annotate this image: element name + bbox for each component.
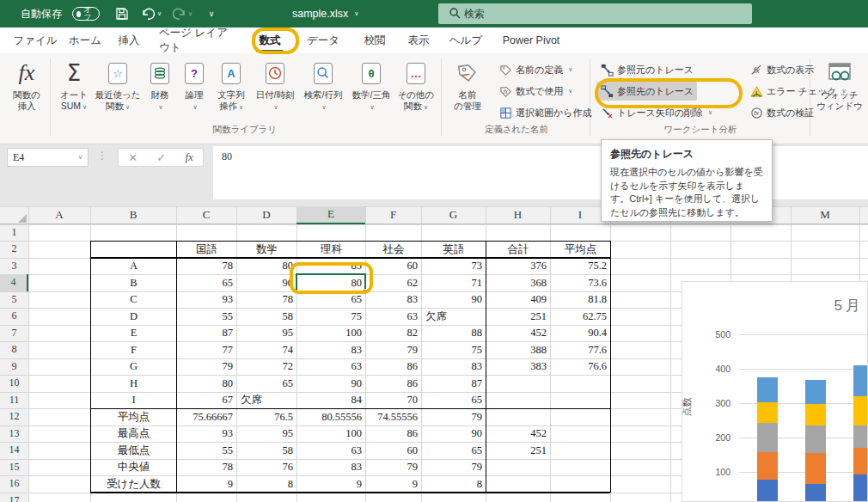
cell-H9[interactable]: 383	[486, 359, 550, 376]
col-header-G[interactable]: G	[421, 206, 486, 223]
ribbon-button-datetime[interactable]: 日付/時刻∨	[251, 57, 299, 124]
tab-ページ レイアウト[interactable]: ページ レイアウト	[157, 28, 239, 53]
ribbon-button-math-trig[interactable]: θ数学/三角∨	[347, 57, 395, 124]
row-header-3[interactable]: 3	[0, 258, 28, 275]
cell-E9[interactable]: 63	[297, 359, 365, 376]
cell-E10[interactable]: 90	[297, 376, 365, 392]
cell-E8[interactable]: 83	[297, 342, 365, 358]
cell-B15[interactable]: 中央値	[91, 460, 176, 476]
cell-D7[interactable]: 95	[237, 326, 296, 342]
row-header-15[interactable]: 15	[0, 459, 28, 476]
cell-D13[interactable]: 95	[237, 426, 296, 443]
row-header-8[interactable]: 8	[0, 341, 28, 358]
cell-G5[interactable]: 90	[422, 292, 486, 309]
tab-挿入[interactable]: 挿入	[110, 28, 148, 53]
cell-I4[interactable]: 73.6	[551, 275, 610, 291]
row-header-6[interactable]: 6	[0, 308, 28, 325]
row-header-10[interactable]: 10	[0, 375, 28, 392]
cell-C10[interactable]: 80	[177, 376, 236, 392]
cell-H4[interactable]: 368	[486, 275, 550, 291]
cell-G10[interactable]: 87	[422, 376, 486, 392]
watch-window-button[interactable]: ウォッチウィンドウ	[815, 57, 865, 124]
cell-C4[interactable]: 65	[177, 275, 236, 291]
row-header-7[interactable]: 7	[0, 325, 28, 342]
ribbon-button-financial[interactable]: 財務∨	[143, 57, 177, 124]
cell-C11[interactable]: 67	[177, 393, 236, 409]
cell-H8[interactable]: 388	[486, 342, 550, 358]
cell-I6[interactable]: 62.75	[551, 309, 610, 325]
cell-B11[interactable]: I	[91, 393, 176, 409]
cell-I5[interactable]: 81.8	[551, 292, 610, 309]
cell-D10[interactable]: 65	[237, 376, 296, 392]
customize-qat-button[interactable]: ∨	[201, 5, 222, 22]
ribbon-use-in-formula-button[interactable]: fx数式で使用∨	[495, 82, 576, 101]
redo-button[interactable]: ∨	[168, 5, 196, 22]
autosave-toggle[interactable]: オフ	[72, 7, 100, 21]
cell-B5[interactable]: C	[91, 292, 176, 309]
row-header-11[interactable]: 11	[0, 392, 28, 409]
cell-F15[interactable]: 79	[366, 460, 421, 476]
cell-B7[interactable]: E	[91, 326, 176, 342]
cell-C2[interactable]: 国語	[177, 242, 236, 258]
ribbon-create-from-selection-button[interactable]: 選択範囲から作成	[495, 103, 596, 122]
row-header-17[interactable]: 17	[0, 493, 28, 502]
cell-E11[interactable]: 84	[297, 393, 365, 409]
cell-H6[interactable]: 251	[486, 309, 550, 325]
name-box[interactable]: E4 ∨	[7, 148, 89, 167]
tab-power-pivot[interactable]: Power Pivot	[497, 28, 565, 53]
cell-C8[interactable]: 77	[177, 342, 236, 358]
formula-bar-grip[interactable]: ⋮	[97, 150, 107, 162]
cell-G11[interactable]: 65	[422, 393, 486, 409]
insert-function-button[interactable]: fx 関数の挿入	[5, 57, 48, 124]
tab-表示[interactable]: 表示	[400, 28, 437, 53]
cell-I8[interactable]: 77.6	[551, 342, 610, 358]
cell-I2[interactable]: 平均点	[551, 242, 610, 258]
cell-B3[interactable]: A	[91, 259, 176, 275]
cell-H13[interactable]: 452	[486, 426, 550, 443]
insert-function-fx-button[interactable]: fx	[185, 150, 193, 164]
save-button[interactable]	[112, 5, 132, 22]
select-all-corner[interactable]	[0, 206, 28, 224]
cell-G7[interactable]: 88	[422, 326, 486, 342]
row-header-5[interactable]: 5	[0, 291, 28, 309]
cell-F6[interactable]: 63	[366, 309, 421, 325]
cell-E12[interactable]: 80.55556	[297, 409, 365, 425]
cell-B10[interactable]: H	[91, 376, 176, 392]
cell-C16[interactable]: 9	[177, 476, 236, 493]
cell-G15[interactable]: 79	[422, 460, 486, 476]
cell-D14[interactable]: 58	[237, 443, 296, 459]
cancel-entry-button[interactable]: ✕	[128, 151, 138, 164]
row-header-9[interactable]: 9	[0, 358, 28, 376]
cell-E6[interactable]: 75	[297, 309, 365, 325]
cell-D4[interactable]: 90	[237, 275, 296, 291]
ribbon-button-text[interactable]: A文字列操作∨	[211, 57, 251, 124]
cell-D9[interactable]: 72	[237, 359, 296, 376]
cell-E14[interactable]: 63	[297, 443, 365, 459]
cell-H5[interactable]: 409	[486, 292, 550, 309]
cell-F12[interactable]: 74.55556	[366, 409, 421, 425]
cell-F2[interactable]: 社会	[366, 242, 421, 258]
cell-D3[interactable]: 80	[237, 259, 296, 275]
cell-C14[interactable]: 55	[177, 443, 236, 459]
cell-D8[interactable]: 74	[237, 342, 296, 358]
row-header-13[interactable]: 13	[0, 425, 28, 443]
cell-F4[interactable]: 62	[366, 275, 421, 291]
cell-D15[interactable]: 76	[237, 460, 296, 476]
confirm-entry-button[interactable]: ✓	[156, 151, 166, 164]
tab-データ[interactable]: データ	[301, 28, 345, 53]
cell-I7[interactable]: 90.4	[551, 326, 610, 342]
cell-C5[interactable]: 93	[177, 292, 236, 309]
cell-F13[interactable]: 86	[366, 426, 421, 443]
col-header-N[interactable]: N	[859, 206, 868, 223]
cell-D11[interactable]: 欠席	[237, 393, 296, 409]
cell-B13[interactable]: 最高点	[91, 426, 176, 443]
cell-C7[interactable]: 87	[177, 326, 236, 342]
row-header-2[interactable]: 2	[0, 241, 28, 258]
cell-F7[interactable]: 82	[366, 326, 421, 342]
row-header-12[interactable]: 12	[0, 408, 28, 425]
col-header-C[interactable]: C	[176, 206, 236, 223]
tab-ホーム[interactable]: ホーム	[63, 28, 107, 53]
cell-D12[interactable]: 76.5	[237, 409, 296, 425]
cell-G12[interactable]: 79	[422, 409, 486, 425]
cell-B4[interactable]: B	[91, 275, 176, 291]
